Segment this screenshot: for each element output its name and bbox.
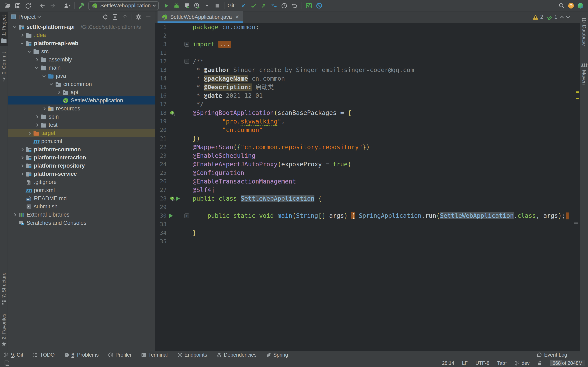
code-line[interactable]: 27@Slf4j — [155, 186, 580, 194]
tree-expand-arrow[interactable] — [33, 58, 40, 61]
tree-item--idea[interactable]: .idea — [8, 31, 155, 39]
tree-item-submit-sh[interactable]: submit.sh — [8, 202, 155, 211]
code-line[interactable]: 35 — [155, 237, 580, 246]
tree-item-platform-interaction[interactable]: platform-interaction — [8, 153, 155, 162]
code-line[interactable]: 11 — [155, 49, 580, 57]
tree-item-src[interactable]: src — [8, 47, 155, 56]
tree-expand-arrow[interactable] — [33, 67, 40, 69]
indent-style-widget[interactable]: Tab* — [497, 360, 507, 366]
code-line[interactable]: 21}) — [155, 134, 580, 143]
code-line[interactable]: 34} — [155, 229, 580, 237]
editor-tab[interactable]: SettleWebApplication.java ✕ — [158, 11, 243, 23]
file-encoding-widget[interactable]: UTF-8 — [475, 360, 489, 366]
tree-expand-arrow[interactable] — [33, 124, 40, 126]
event-log-button[interactable]: Event Log — [537, 352, 567, 358]
tree-expand-arrow[interactable] — [18, 165, 25, 167]
tree-item-platform-api-web[interactable]: platform-api-web — [8, 39, 155, 47]
git-rollback-button[interactable] — [290, 1, 299, 10]
project-view-selector[interactable]: Project — [11, 14, 40, 20]
tree-item-settlewebapplication[interactable]: SettleWebApplication — [8, 96, 155, 105]
code-line[interactable]: 2 — [155, 32, 580, 40]
tree-item-main[interactable]: main — [8, 64, 155, 72]
forward-arrow-button[interactable] — [48, 1, 57, 10]
build-hammer-button[interactable] — [77, 1, 86, 10]
code-area[interactable]: 1package cn.common;23+import ...1112-/**… — [155, 23, 580, 351]
profiler-button[interactable] — [192, 1, 202, 10]
prev-problem-icon[interactable] — [560, 16, 564, 20]
tree-item-scratches-and-consoles[interactable]: Scratches and Consoles — [8, 219, 155, 227]
git-merge-button[interactable] — [269, 1, 279, 10]
synchronize-button[interactable] — [23, 1, 33, 10]
tree-item-platform-common[interactable]: platform-common — [8, 145, 155, 153]
tree-expand-arrow[interactable] — [26, 132, 33, 134]
toolwindow-button-terminal[interactable]: Terminal — [141, 352, 168, 358]
git-history-button[interactable] — [280, 1, 289, 10]
git-branch-widget[interactable]: dev — [515, 360, 529, 366]
fold-toggle-icon[interactable]: + — [185, 214, 189, 218]
code-line[interactable]: 22@MapperScan({"cn.common.repository.rep… — [155, 143, 580, 151]
run-coverage-button[interactable] — [182, 1, 191, 10]
sidebar-tab-maven[interactable]: mMaven — [580, 58, 588, 88]
ide-update-button[interactable] — [566, 1, 576, 10]
code-line[interactable]: 1package cn.common; — [155, 23, 580, 32]
code-line[interactable]: 18@SpringBootApplication(scanBasePackage… — [155, 108, 580, 117]
search-everywhere-button[interactable] — [557, 1, 566, 10]
hide-panel-button[interactable] — [144, 13, 153, 21]
spring-bean-gutter-icon[interactable] — [169, 196, 175, 201]
tree-expand-arrow[interactable] — [41, 108, 47, 110]
open-project-button[interactable] — [3, 1, 12, 10]
tree-expand-arrow[interactable] — [18, 157, 25, 159]
close-icon[interactable]: ✕ — [235, 14, 239, 20]
monitor-pulse-button[interactable] — [304, 1, 314, 10]
code-editor[interactable]: SettleWebApplication.java ✕ 2 1 1package… — [155, 11, 580, 351]
sidebar-tab-structure[interactable]: 7: Structure — [0, 270, 8, 308]
tree-item-readme-md[interactable]: MDREADME.md — [8, 194, 155, 202]
tree-expand-arrow[interactable] — [41, 75, 47, 77]
toolwindow-button-dependencies[interactable]: Dependencies — [217, 352, 257, 358]
code-line[interactable]: 30+ public static void main(String[] arg… — [155, 211, 580, 220]
tree-expand-arrow[interactable] — [55, 91, 62, 93]
code-line[interactable]: 14 * @packageName cn.common — [155, 74, 580, 83]
tree-item-resources[interactable]: resources — [8, 105, 155, 113]
tree-expand-arrow[interactable] — [26, 51, 33, 52]
tree-item-target[interactable]: target — [8, 129, 155, 137]
expand-all-button[interactable] — [111, 13, 119, 21]
avatar-sphere-button[interactable] — [576, 1, 585, 10]
tree-item-test[interactable]: test — [8, 121, 155, 129]
tree-item-platform-repository[interactable]: platform-repository — [8, 162, 155, 170]
git-commit-button[interactable] — [249, 1, 258, 10]
tree-item-external-libraries[interactable]: External Libraries — [8, 211, 155, 219]
code-line[interactable]: 28public class SettleWebApplication { — [155, 194, 580, 203]
tree-item-cn-common[interactable]: cn.common — [8, 80, 155, 88]
code-line[interactable]: 29 — [155, 203, 580, 211]
run-gutter-icon[interactable] — [169, 214, 173, 218]
run-button[interactable] — [162, 1, 171, 10]
settings-gear-button[interactable] — [134, 13, 143, 21]
tree-expand-arrow[interactable] — [18, 173, 25, 175]
code-line[interactable]: 16 * @date 2021-12-01 — [155, 92, 580, 100]
fold-toggle-icon[interactable]: - — [185, 59, 189, 64]
tree-item-sbin[interactable]: sbin — [8, 113, 155, 121]
toolwindow-button-profiler[interactable]: Profiler — [108, 352, 132, 358]
stop-button[interactable] — [213, 1, 222, 10]
tree-expand-arrow[interactable] — [18, 43, 25, 44]
code-line[interactable]: 20 "cn.common" — [155, 126, 580, 134]
readonly-lock-widget[interactable] — [537, 360, 542, 366]
code-line[interactable]: 25@Configuration — [155, 169, 580, 177]
tree-expand-arrow[interactable] — [11, 26, 18, 28]
tree-item-api[interactable]: api — [8, 88, 155, 96]
tree-expand-arrow[interactable] — [18, 148, 25, 151]
code-line[interactable]: 26@EnableTransactionManagement — [155, 177, 580, 186]
code-line[interactable]: 13 * @author Singer create by Singer ema… — [155, 66, 580, 74]
tree-expand-arrow[interactable] — [11, 214, 18, 216]
fold-toggle-icon[interactable]: + — [185, 42, 189, 47]
save-all-button[interactable] — [13, 1, 23, 10]
spring-bean-gutter-icon[interactable] — [169, 110, 175, 116]
git-update-button[interactable] — [239, 1, 248, 10]
tree-item-pom-xml[interactable]: mpom.xml — [8, 137, 155, 145]
back-arrow-button[interactable] — [38, 1, 47, 10]
prohibition-button[interactable] — [315, 1, 324, 10]
run-configuration-select[interactable]: SettleWebApplication — [88, 1, 159, 10]
warning-stripe-mark[interactable] — [576, 92, 579, 93]
run-gutter-icon[interactable] — [176, 197, 180, 201]
